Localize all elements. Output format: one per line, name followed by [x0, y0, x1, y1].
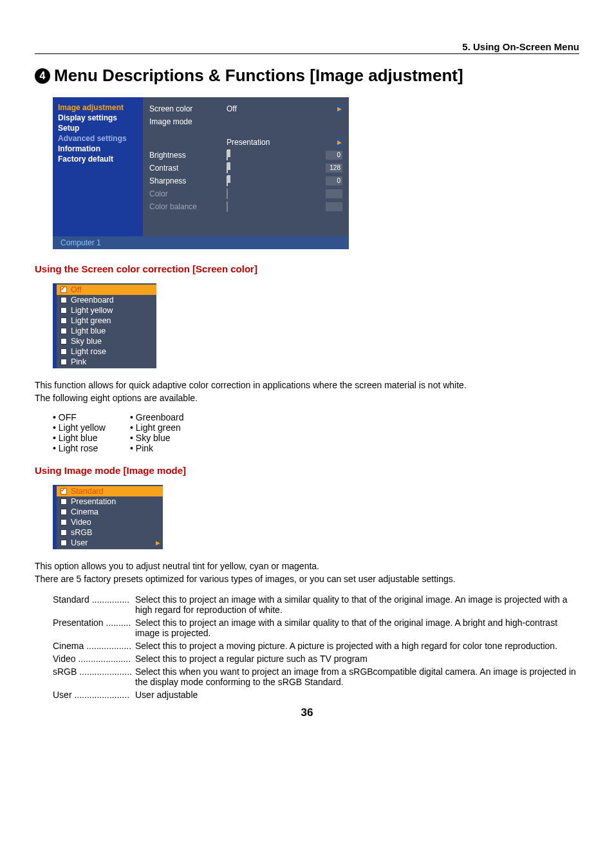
option-item: Cinema — [57, 507, 163, 517]
slider-sharpness — [227, 176, 228, 186]
osd-menu-item: Image adjustment — [58, 102, 138, 113]
osd-num-color — [326, 189, 342, 198]
checkbox-icon — [60, 498, 67, 505]
def-desc: Select this when you want to project an … — [135, 666, 579, 687]
osd-footer: Computer 1 — [53, 236, 349, 249]
slider-brightness — [227, 150, 228, 160]
slider-color — [227, 189, 228, 199]
bullet-item: • Sky blue — [130, 433, 171, 443]
option-item: Light blue — [57, 326, 156, 336]
osd-menu-item: Advanced settings — [58, 133, 138, 144]
option-label: Light green — [71, 316, 111, 325]
def-term: User ...................... — [53, 690, 135, 700]
option-label: Presentation — [71, 497, 116, 506]
bullet-item: • Pink — [130, 443, 153, 453]
osd-menu-item: Information — [58, 144, 138, 154]
osd-menu-item: Factory default — [58, 154, 138, 164]
osd-label-image-mode: Image mode — [149, 117, 227, 126]
arrow-icon: ▶ — [156, 540, 160, 546]
bullet-item: • Light blue — [53, 433, 130, 443]
option-label: sRGB — [71, 528, 92, 537]
option-item: Greenboard — [57, 295, 156, 305]
bullet-item: • Light green — [130, 422, 181, 433]
option-item: sRGB — [57, 527, 163, 538]
option-item: Presentation — [57, 496, 163, 507]
definitions-image-mode: Standard ...............Select this to p… — [53, 594, 579, 700]
checkbox-icon — [60, 519, 67, 525]
def-term: Cinema .................. — [53, 641, 135, 651]
option-label: Greenboard — [71, 296, 114, 305]
bullet-item: • Greenboard — [130, 412, 184, 422]
page-number: 36 — [35, 706, 579, 719]
osd-label-sharpness: Sharpness — [149, 176, 227, 185]
arrow-icon: ▶ — [336, 138, 342, 147]
osd-screenshot: Image adjustmentDisplay settingsSetupAdv… — [53, 97, 349, 249]
option-label: Video — [71, 518, 91, 527]
page-title: 4 Menu Descriptions & Functions [Image a… — [35, 66, 579, 86]
def-desc: Select this to project a moving picture.… — [135, 641, 579, 651]
checkbox-icon — [60, 509, 67, 515]
checkbox-icon — [60, 317, 67, 324]
option-item: Light yellow — [57, 305, 156, 316]
option-item: Standard — [57, 486, 163, 496]
heading-image-mode: Using Image mode [Image mode] — [35, 465, 579, 476]
slider-contrast — [227, 163, 228, 173]
title-text: Menu Descriptions & Functions [Image adj… — [54, 66, 463, 86]
osd-label-brightness: Brightness — [149, 151, 227, 160]
osd-num-sharpness: 0 — [326, 176, 342, 185]
def-term: Video ..................... — [53, 654, 135, 664]
option-label: Light yellow — [71, 306, 113, 315]
checkbox-icon — [60, 297, 67, 303]
option-list-image-mode: StandardPresentationCinemaVideosRGBUser▶ — [53, 485, 163, 549]
osd-left-menu: Image adjustmentDisplay settingsSetupAdv… — [53, 97, 143, 236]
para-sc-2: The following eight options are availabl… — [35, 393, 579, 403]
checkbox-icon — [60, 529, 67, 536]
bullet-item: • OFF — [53, 412, 130, 422]
osd-label-screen-color: Screen color — [149, 104, 227, 113]
para-im-1: This option allows you to adjust neutral… — [35, 561, 579, 571]
osd-menu-item: Display settings — [58, 113, 138, 123]
option-label: User — [71, 538, 88, 547]
option-item: Pink — [57, 357, 156, 367]
bullet-item: • Light yellow — [53, 422, 130, 433]
checkbox-icon — [60, 328, 67, 334]
checkbox-icon — [60, 307, 67, 314]
osd-right-panel: Screen color Off ▶ Image mode Presentati… — [143, 97, 349, 236]
checkbox-icon — [60, 338, 67, 344]
def-term: Standard ............... — [53, 594, 135, 615]
option-label: Light blue — [71, 326, 106, 335]
option-item: Off — [57, 285, 156, 295]
osd-num-brightness: 0 — [326, 151, 342, 160]
option-item: Light green — [57, 316, 156, 326]
option-item: Video — [57, 517, 163, 527]
checkbox-icon — [60, 287, 67, 293]
osd-label-color-balance: Color balance — [149, 202, 227, 211]
osd-value-screen-color: Off — [227, 104, 336, 113]
osd-num-contrast: 128 — [326, 164, 342, 173]
option-label: Sky blue — [71, 337, 102, 346]
option-list-screen-color: OffGreenboardLight yellowLight greenLigh… — [53, 283, 156, 368]
slider-color-balance — [227, 202, 228, 212]
option-item: Sky blue — [57, 336, 156, 346]
option-label: Standard — [71, 487, 104, 496]
option-label: Light rose — [71, 347, 106, 356]
section-number-badge: 4 — [35, 68, 50, 84]
osd-num-color-balance — [326, 202, 342, 211]
option-item: Light rose — [57, 346, 156, 357]
heading-screen-color: Using the Screen color correction [Scree… — [35, 263, 579, 274]
osd-label-contrast: Contrast — [149, 164, 227, 173]
arrow-icon: ▶ — [336, 104, 342, 113]
option-label: Pink — [71, 357, 86, 366]
def-desc: User adjustable — [135, 690, 579, 700]
option-label: Off — [71, 285, 81, 294]
def-desc: Select this to project an image with a s… — [135, 594, 579, 615]
para-im-2: There are 5 factory presets optimized fo… — [35, 574, 579, 584]
osd-label-color: Color — [149, 189, 227, 198]
def-term: sRGB ..................... — [53, 666, 135, 687]
osd-value-image-mode: Presentation — [227, 138, 336, 147]
bullets-screen-color: • OFF• Greenboard• Light yellow• Light g… — [53, 412, 579, 453]
option-item: User▶ — [57, 538, 163, 548]
checkbox-icon — [60, 348, 67, 355]
para-sc-1: This function allows for quick adaptive … — [35, 380, 579, 390]
option-label: Cinema — [71, 507, 98, 516]
